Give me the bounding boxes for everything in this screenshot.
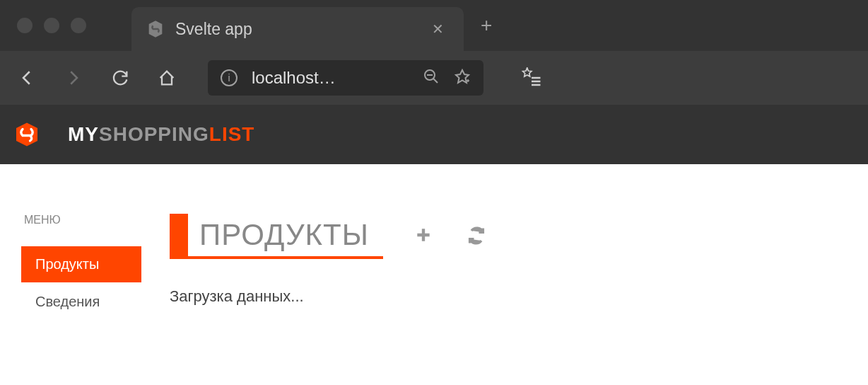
zoom-out-icon[interactable]: [423, 68, 440, 88]
home-button[interactable]: [154, 65, 180, 91]
site-info-icon[interactable]: i: [221, 69, 237, 86]
address-text: localhost…: [252, 68, 409, 88]
sidebar: МЕНЮ Продукты Сведения: [21, 214, 141, 321]
favorites-list-icon[interactable]: [519, 65, 544, 91]
app-title-part2: SHOPPING: [99, 123, 209, 145]
sidebar-item-products[interactable]: Продукты: [21, 246, 141, 282]
sidebar-item-label: Сведения: [35, 294, 100, 309]
new-tab-button[interactable]: +: [464, 14, 509, 37]
window-close[interactable]: [17, 18, 33, 33]
content-area: ПРОДУКТЫ Загрузка данных...: [170, 214, 847, 321]
nav-bar: i localhost…: [0, 51, 868, 105]
window-controls: [7, 18, 96, 33]
app-title-part1: MY: [68, 123, 99, 145]
forward-button[interactable]: [61, 65, 86, 91]
add-button[interactable]: [414, 226, 435, 247]
page-title-block: ПРОДУКТЫ: [170, 214, 383, 259]
browser-chrome: Svelte app ✕ + i localhost…: [0, 0, 868, 105]
svelte-favicon-icon: [146, 19, 165, 39]
back-button[interactable]: [14, 65, 40, 91]
sidebar-item-info[interactable]: Сведения: [21, 284, 141, 320]
refresh-button[interactable]: [467, 226, 488, 247]
title-accent: [170, 214, 188, 256]
main-content: МЕНЮ Продукты Сведения ПРОДУКТЫ Загрузка…: [0, 164, 868, 371]
browser-tab[interactable]: Svelte app ✕: [131, 7, 464, 51]
window-maximize[interactable]: [71, 18, 86, 33]
tab-title: Svelte app: [175, 20, 426, 39]
app-title-part3: LIST: [209, 123, 255, 145]
loading-text: Загрузка данных...: [170, 287, 847, 306]
reload-button[interactable]: [107, 65, 133, 91]
sidebar-item-label: Продукты: [35, 256, 99, 272]
tab-close-icon[interactable]: ✕: [426, 18, 450, 40]
favorite-add-icon[interactable]: [454, 68, 471, 88]
tab-bar: Svelte app ✕ +: [0, 0, 868, 51]
address-bar[interactable]: i localhost…: [208, 60, 483, 96]
app-title: MYSHOPPINGLIST: [68, 123, 254, 146]
page-title-row: ПРОДУКТЫ: [170, 214, 847, 259]
window-minimize[interactable]: [44, 18, 59, 33]
app-header: MYSHOPPINGLIST: [0, 105, 868, 164]
sidebar-label: МЕНЮ: [21, 214, 141, 226]
svelte-logo-icon: [14, 122, 40, 147]
page-title: ПРОДУКТЫ: [188, 214, 383, 256]
